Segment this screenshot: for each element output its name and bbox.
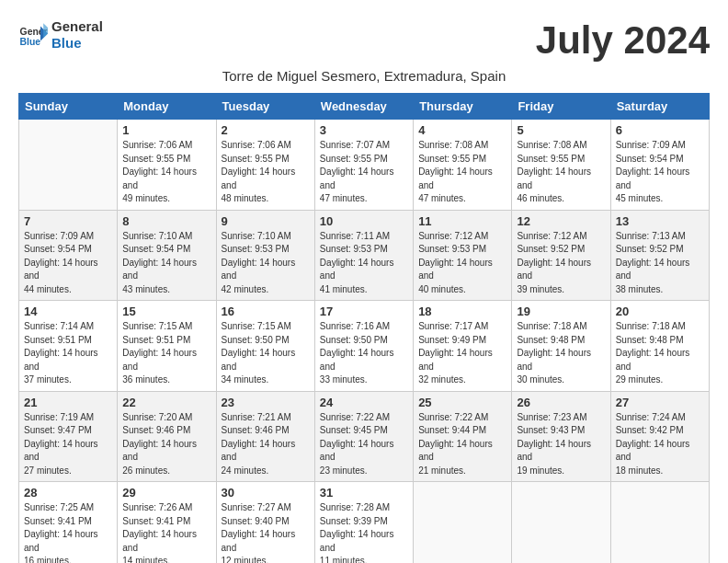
calendar-table: SundayMondayTuesdayWednesdayThursdayFrid… bbox=[18, 93, 710, 563]
day-number: 17 bbox=[320, 304, 408, 318]
day-number: 19 bbox=[517, 304, 605, 318]
calendar-cell: 22Sunrise: 7:20 AMSunset: 9:46 PMDayligh… bbox=[118, 391, 216, 482]
calendar-cell: 23Sunrise: 7:21 AMSunset: 9:46 PMDayligh… bbox=[216, 391, 314, 482]
calendar-cell: 2Sunrise: 7:06 AMSunset: 9:55 PMDaylight… bbox=[216, 120, 314, 211]
day-detail: Sunrise: 7:18 AMSunset: 9:48 PMDaylight:… bbox=[517, 320, 605, 387]
column-header-thursday: Thursday bbox=[414, 94, 512, 120]
day-number: 7 bbox=[24, 214, 112, 228]
calendar-cell: 25Sunrise: 7:22 AMSunset: 9:44 PMDayligh… bbox=[414, 391, 512, 482]
day-number: 12 bbox=[517, 214, 605, 228]
day-number: 24 bbox=[320, 396, 408, 409]
calendar-cell: 29Sunrise: 7:26 AMSunset: 9:41 PMDayligh… bbox=[118, 482, 216, 564]
calendar-cell bbox=[512, 482, 610, 564]
day-detail: Sunrise: 7:24 AMSunset: 9:42 PMDaylight:… bbox=[616, 411, 704, 478]
day-number: 13 bbox=[616, 214, 704, 228]
page-header: General Blue General Blue July 2024 bbox=[18, 18, 710, 63]
day-number: 3 bbox=[320, 123, 408, 137]
day-detail: Sunrise: 7:08 AMSunset: 9:55 PMDaylight:… bbox=[418, 139, 506, 206]
day-detail: Sunrise: 7:14 AMSunset: 9:51 PMDaylight:… bbox=[24, 320, 112, 387]
calendar-cell: 26Sunrise: 7:23 AMSunset: 9:43 PMDayligh… bbox=[512, 391, 610, 482]
calendar-cell: 12Sunrise: 7:12 AMSunset: 9:52 PMDayligh… bbox=[512, 210, 610, 301]
calendar-cell: 14Sunrise: 7:14 AMSunset: 9:51 PMDayligh… bbox=[19, 301, 118, 392]
day-detail: Sunrise: 7:25 AMSunset: 9:41 PMDaylight:… bbox=[24, 501, 112, 563]
day-detail: Sunrise: 7:18 AMSunset: 9:48 PMDaylight:… bbox=[616, 320, 704, 387]
calendar-cell: 3Sunrise: 7:07 AMSunset: 9:55 PMDaylight… bbox=[314, 120, 413, 211]
calendar-cell: 1Sunrise: 7:06 AMSunset: 9:55 PMDaylight… bbox=[118, 120, 216, 211]
day-detail: Sunrise: 7:13 AMSunset: 9:52 PMDaylight:… bbox=[616, 230, 704, 297]
day-number: 27 bbox=[616, 396, 704, 409]
day-number: 30 bbox=[222, 486, 310, 500]
day-number: 18 bbox=[418, 304, 506, 318]
day-number: 16 bbox=[222, 304, 310, 318]
calendar-cell: 15Sunrise: 7:15 AMSunset: 9:51 PMDayligh… bbox=[118, 301, 216, 392]
day-number: 5 bbox=[517, 123, 605, 137]
day-number: 1 bbox=[122, 123, 210, 137]
calendar-cell: 6Sunrise: 7:09 AMSunset: 9:54 PMDaylight… bbox=[610, 120, 709, 211]
calendar-cell bbox=[414, 482, 512, 564]
day-detail: Sunrise: 7:16 AMSunset: 9:50 PMDaylight:… bbox=[320, 320, 408, 387]
location-subtitle: Torre de Miguel Sesmero, Extremadura, Sp… bbox=[18, 68, 710, 84]
day-detail: Sunrise: 7:11 AMSunset: 9:53 PMDaylight:… bbox=[320, 230, 408, 297]
calendar-week-row: 14Sunrise: 7:14 AMSunset: 9:51 PMDayligh… bbox=[19, 301, 710, 392]
logo: General Blue General Blue bbox=[18, 18, 103, 52]
calendar-cell bbox=[19, 120, 118, 211]
calendar-cell: 30Sunrise: 7:27 AMSunset: 9:40 PMDayligh… bbox=[216, 482, 314, 564]
calendar-cell: 28Sunrise: 7:25 AMSunset: 9:41 PMDayligh… bbox=[19, 482, 118, 564]
day-detail: Sunrise: 7:23 AMSunset: 9:43 PMDaylight:… bbox=[517, 411, 605, 478]
day-number: 2 bbox=[222, 123, 310, 137]
calendar-cell: 5Sunrise: 7:08 AMSunset: 9:55 PMDaylight… bbox=[512, 120, 610, 211]
calendar-week-row: 21Sunrise: 7:19 AMSunset: 9:47 PMDayligh… bbox=[19, 391, 710, 482]
column-header-sunday: Sunday bbox=[19, 94, 118, 120]
day-detail: Sunrise: 7:08 AMSunset: 9:55 PMDaylight:… bbox=[517, 139, 605, 206]
day-detail: Sunrise: 7:06 AMSunset: 9:55 PMDaylight:… bbox=[222, 139, 310, 206]
logo-text: General Blue bbox=[51, 18, 103, 52]
day-number: 4 bbox=[418, 123, 506, 137]
day-number: 21 bbox=[24, 396, 112, 409]
day-detail: Sunrise: 7:06 AMSunset: 9:55 PMDaylight:… bbox=[122, 139, 210, 206]
day-detail: Sunrise: 7:09 AMSunset: 9:54 PMDaylight:… bbox=[616, 139, 704, 206]
day-number: 23 bbox=[222, 396, 310, 409]
day-number: 20 bbox=[616, 304, 704, 318]
column-header-wednesday: Wednesday bbox=[314, 94, 413, 120]
calendar-cell: 24Sunrise: 7:22 AMSunset: 9:45 PMDayligh… bbox=[314, 391, 413, 482]
logo-icon: General Blue bbox=[18, 20, 48, 50]
day-number: 11 bbox=[418, 214, 506, 228]
day-detail: Sunrise: 7:10 AMSunset: 9:53 PMDaylight:… bbox=[222, 230, 310, 297]
calendar-week-row: 1Sunrise: 7:06 AMSunset: 9:55 PMDaylight… bbox=[19, 120, 710, 211]
calendar-cell: 31Sunrise: 7:28 AMSunset: 9:39 PMDayligh… bbox=[314, 482, 413, 564]
calendar-cell bbox=[610, 482, 709, 564]
day-detail: Sunrise: 7:09 AMSunset: 9:54 PMDaylight:… bbox=[24, 230, 112, 297]
day-number: 6 bbox=[616, 123, 704, 137]
calendar-cell: 4Sunrise: 7:08 AMSunset: 9:55 PMDaylight… bbox=[414, 120, 512, 211]
calendar-cell: 11Sunrise: 7:12 AMSunset: 9:53 PMDayligh… bbox=[414, 210, 512, 301]
calendar-cell: 13Sunrise: 7:13 AMSunset: 9:52 PMDayligh… bbox=[610, 210, 709, 301]
day-detail: Sunrise: 7:26 AMSunset: 9:41 PMDaylight:… bbox=[122, 501, 210, 563]
calendar-cell: 27Sunrise: 7:24 AMSunset: 9:42 PMDayligh… bbox=[610, 391, 709, 482]
day-detail: Sunrise: 7:20 AMSunset: 9:46 PMDaylight:… bbox=[122, 411, 210, 478]
day-detail: Sunrise: 7:22 AMSunset: 9:44 PMDaylight:… bbox=[418, 411, 506, 478]
svg-text:Blue: Blue bbox=[20, 37, 41, 47]
day-detail: Sunrise: 7:17 AMSunset: 9:49 PMDaylight:… bbox=[418, 320, 506, 387]
column-header-saturday: Saturday bbox=[610, 94, 709, 120]
day-detail: Sunrise: 7:12 AMSunset: 9:52 PMDaylight:… bbox=[517, 230, 605, 297]
day-detail: Sunrise: 7:15 AMSunset: 9:50 PMDaylight:… bbox=[222, 320, 310, 387]
calendar-cell: 10Sunrise: 7:11 AMSunset: 9:53 PMDayligh… bbox=[314, 210, 413, 301]
day-number: 26 bbox=[517, 396, 605, 409]
day-number: 8 bbox=[122, 214, 210, 228]
column-header-friday: Friday bbox=[512, 94, 610, 120]
calendar-cell: 16Sunrise: 7:15 AMSunset: 9:50 PMDayligh… bbox=[216, 301, 314, 392]
day-detail: Sunrise: 7:19 AMSunset: 9:47 PMDaylight:… bbox=[24, 411, 112, 478]
column-header-monday: Monday bbox=[118, 94, 216, 120]
calendar-cell: 7Sunrise: 7:09 AMSunset: 9:54 PMDaylight… bbox=[19, 210, 118, 301]
calendar-cell: 8Sunrise: 7:10 AMSunset: 9:54 PMDaylight… bbox=[118, 210, 216, 301]
day-number: 14 bbox=[24, 304, 112, 318]
day-number: 10 bbox=[320, 214, 408, 228]
calendar-cell: 9Sunrise: 7:10 AMSunset: 9:53 PMDaylight… bbox=[216, 210, 314, 301]
calendar-cell: 20Sunrise: 7:18 AMSunset: 9:48 PMDayligh… bbox=[610, 301, 709, 392]
day-number: 29 bbox=[122, 486, 210, 500]
calendar-cell: 19Sunrise: 7:18 AMSunset: 9:48 PMDayligh… bbox=[512, 301, 610, 392]
calendar-cell: 21Sunrise: 7:19 AMSunset: 9:47 PMDayligh… bbox=[19, 391, 118, 482]
day-detail: Sunrise: 7:21 AMSunset: 9:46 PMDaylight:… bbox=[222, 411, 310, 478]
day-number: 28 bbox=[24, 486, 112, 500]
day-number: 22 bbox=[122, 396, 210, 409]
